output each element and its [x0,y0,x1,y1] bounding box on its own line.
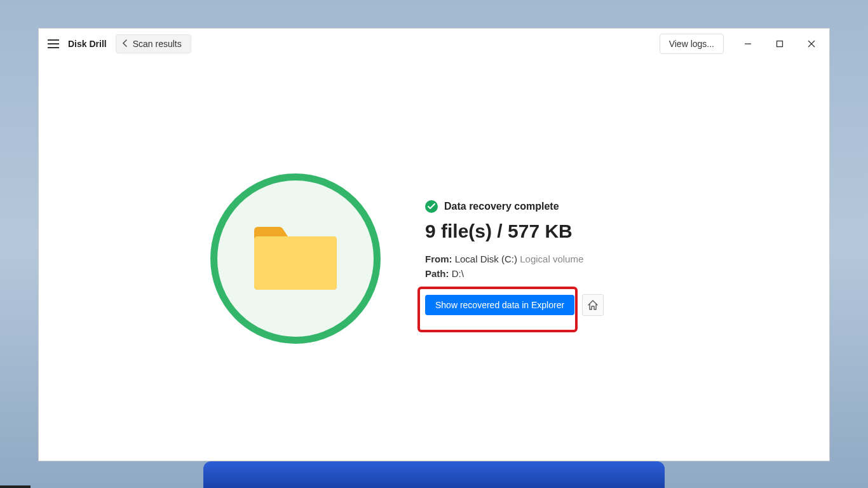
app-title: Disk Drill [68,39,107,49]
actions-row: Show recovered data in Explorer [425,294,604,316]
view-logs-button[interactable]: View logs... [660,34,724,54]
titlebar: Disk Drill Scan results View logs... [39,29,829,59]
svg-rect-4 [254,236,337,290]
home-icon [587,299,599,311]
from-subtype: Logical volume [520,254,583,264]
show-recovered-button[interactable]: Show recovered data in Explorer [425,295,574,315]
chevron-left-icon [123,39,128,49]
menu-icon[interactable] [48,39,59,48]
home-button[interactable] [582,294,604,316]
from-label: From: [425,254,452,264]
svg-rect-1 [777,41,783,47]
from-row: From: Local Disk (C:) Logical volume [425,254,604,264]
folder-icon [251,224,340,294]
back-button[interactable]: Scan results [116,34,191,53]
check-icon [425,200,438,213]
info-column: Data recovery complete 9 file(s) / 577 K… [425,173,604,316]
minimize-button[interactable] [742,37,754,50]
window-controls [742,37,824,50]
close-button[interactable] [805,37,818,50]
success-graphic [210,173,381,344]
recovery-summary: 9 file(s) / 577 KB [425,220,604,242]
taskbar-edge [0,485,31,488]
app-window: Disk Drill Scan results View logs... [38,28,830,461]
from-value: Local Disk (C:) [455,254,517,264]
taskbar-background [203,461,665,488]
path-value: D:\ [452,268,464,279]
back-button-label: Scan results [133,39,182,49]
status-text: Data recovery complete [444,201,559,212]
path-row: Path: D:\ [425,268,604,279]
path-label: Path: [425,268,449,279]
maximize-button[interactable] [773,37,786,50]
status-row: Data recovery complete [425,200,604,213]
content-area: Data recovery complete 9 file(s) / 577 K… [39,59,829,461]
